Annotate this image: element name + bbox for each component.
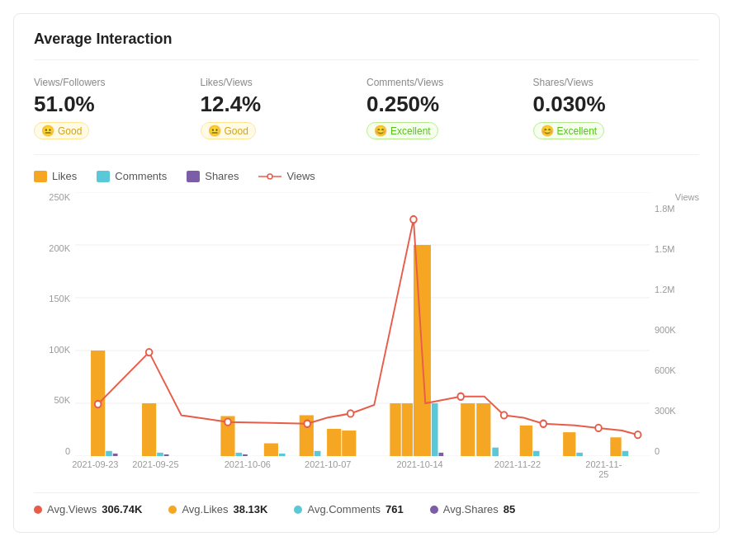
footer-dot-views xyxy=(34,506,42,514)
metric-value-1: 12.4% xyxy=(201,92,367,117)
legend-views: Views xyxy=(258,170,314,182)
y-right-6: 0 xyxy=(655,446,660,456)
legend-label-views: Views xyxy=(286,170,314,182)
bar-shares-peak xyxy=(438,453,443,456)
badge-0: 😐 Good xyxy=(34,122,89,139)
views-dot-3 xyxy=(225,419,231,426)
card-title: Average Interaction xyxy=(34,31,699,60)
bar-likes-8b xyxy=(476,403,490,456)
bar-likes-9 xyxy=(520,426,532,456)
bar-comments-4 xyxy=(279,454,286,456)
bar-likes-7b xyxy=(402,403,413,456)
views-dot-6 xyxy=(457,393,464,400)
y-right-1: 1.5M xyxy=(655,244,674,254)
views-dot-peak xyxy=(410,216,417,223)
y-left-1: 200K xyxy=(49,243,70,253)
chart-area xyxy=(75,192,650,456)
footer-avg-likes: Avg.Likes 38.13K xyxy=(168,503,267,515)
bar-shares-3 xyxy=(243,454,248,456)
y-axis-right-title: Views xyxy=(675,192,699,202)
legend-label-comments: Comments xyxy=(115,170,167,182)
footer-dot-comments xyxy=(294,506,302,514)
y-right-0: 1.8M xyxy=(655,204,674,214)
svg-point-1 xyxy=(267,174,272,179)
badge-label-3: Excellent xyxy=(557,125,598,137)
x-label-0: 2021-09-23 xyxy=(72,459,118,469)
y-axis-left: 250K 200K 150K 100K 50K 0 xyxy=(34,192,73,456)
y-right-2: 1.2M xyxy=(655,285,674,294)
y-right-3: 900K xyxy=(655,325,676,335)
x-label-5: 2021-11-22 xyxy=(494,459,541,469)
footer-label-likes: Avg.Likes xyxy=(182,503,228,515)
bar-comments-10 xyxy=(576,453,583,456)
footer-value-shares: 85 xyxy=(504,503,515,515)
footer-label-comments: Avg.Comments xyxy=(307,503,381,515)
y-right-5: 300K xyxy=(655,406,676,416)
bar-comments-1 xyxy=(106,451,112,456)
metric-comments-views: Comments/Views 0.250% 😊 Excellent xyxy=(366,77,533,139)
legend-color-likes xyxy=(34,171,47,182)
smiley-icon-0: 😐 xyxy=(41,125,54,137)
badge-label-2: Excellent xyxy=(390,125,431,137)
bar-likes-10 xyxy=(563,432,575,456)
metric-value-3: 0.030% xyxy=(533,92,700,117)
badge-3: 😊 Excellent xyxy=(533,122,605,139)
bar-likes-2 xyxy=(142,403,156,456)
views-dot-8 xyxy=(540,421,546,427)
bar-comments-11 xyxy=(622,451,629,456)
x-label-6: 2021-11-25 xyxy=(580,459,627,479)
badge-label-1: Good xyxy=(225,125,248,137)
bar-likes-6 xyxy=(327,429,341,456)
smiley-icon-1: 😐 xyxy=(208,125,221,137)
y-left-3: 100K xyxy=(49,345,70,355)
footer-label-views: Avg.Views xyxy=(47,503,97,515)
footer-avg-shares: Avg.Shares 85 xyxy=(430,503,515,515)
metric-value-0: 51.0% xyxy=(34,92,201,117)
x-label-3: 2021-10-07 xyxy=(305,459,351,469)
footer-avg-views: Avg.Views 306.74K xyxy=(34,503,142,515)
y-left-5: 0 xyxy=(65,446,70,456)
legend-label-likes: Likes xyxy=(52,170,77,182)
metric-label-2: Comments/Views xyxy=(366,77,533,88)
views-line xyxy=(98,219,638,435)
legend-line-views xyxy=(258,171,281,182)
badge-label-0: Good xyxy=(58,125,82,137)
metric-value-2: 0.250% xyxy=(366,92,533,117)
metric-label-0: Views/Followers xyxy=(34,77,201,88)
views-dot-2 xyxy=(146,349,153,355)
x-label-1: 2021-09-25 xyxy=(132,459,178,469)
footer-value-views: 306.74K xyxy=(102,503,142,515)
bar-likes-11 xyxy=(610,437,621,456)
bar-comments-peak xyxy=(432,403,438,456)
bar-comments-2 xyxy=(157,453,163,456)
legend-label-shares: Shares xyxy=(205,170,239,182)
footer-value-comments: 761 xyxy=(385,503,404,515)
footer-label-shares: Avg.Shares xyxy=(443,503,499,515)
bar-shares-2 xyxy=(164,454,169,456)
legend-color-shares xyxy=(187,171,200,182)
bar-likes-7 xyxy=(390,403,400,456)
bar-comments-5 xyxy=(314,451,321,456)
bar-comments-9 xyxy=(533,451,540,456)
metrics-row: Views/Followers 51.0% 😐 Good Likes/Views… xyxy=(34,77,699,155)
badge-2: 😊 Excellent xyxy=(366,122,438,139)
metric-likes-views: Likes/Views 12.4% 😐 Good xyxy=(201,77,367,139)
badge-1: 😐 Good xyxy=(201,122,256,139)
bar-comments-3 xyxy=(235,453,242,456)
legend-likes: Likes xyxy=(34,170,77,182)
chart-container: Views 250K 200K 150K 100K 50K 0 1.8M 1.5… xyxy=(34,192,699,489)
legend-shares: Shares xyxy=(187,170,239,182)
footer-dot-likes xyxy=(168,506,177,514)
smiley-icon-2: 😊 xyxy=(374,125,387,137)
footer-avg-comments: Avg.Comments 761 xyxy=(294,503,403,515)
bar-likes-4 xyxy=(264,444,278,456)
bar-likes-6b xyxy=(342,431,356,456)
views-dot-7 xyxy=(501,412,508,418)
average-interaction-card: Average Interaction Views/Followers 51.0… xyxy=(13,13,720,533)
bar-likes-8 xyxy=(461,403,475,456)
metric-label-1: Likes/Views xyxy=(201,77,367,88)
y-left-2: 150K xyxy=(49,294,70,304)
metric-views-followers: Views/Followers 51.0% 😐 Good xyxy=(34,77,201,139)
footer-dot-shares xyxy=(430,506,438,514)
x-label-4: 2021-10-14 xyxy=(396,459,442,469)
